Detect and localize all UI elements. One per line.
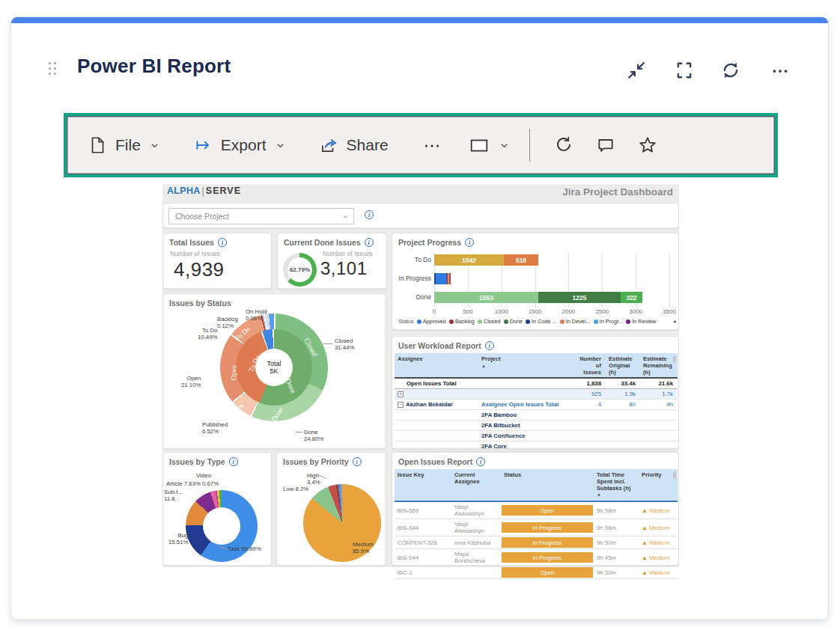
comment-button[interactable]	[590, 131, 621, 159]
fullscreen-icon[interactable]	[673, 59, 696, 82]
table-row[interactable]: 2FA Core	[395, 441, 678, 452]
bar-to-do[interactable]: 1042518	[434, 254, 538, 266]
status-badge: In Progress	[502, 552, 593, 563]
info-icon[interactable]: i	[218, 238, 227, 247]
card-title: Open Issues Report	[398, 457, 472, 466]
bar-segment[interactable]	[450, 273, 451, 284]
drag-handle-icon[interactable]	[49, 62, 58, 79]
card-title: Issues by Status	[169, 299, 231, 308]
bar-segment[interactable]: 1553	[434, 292, 538, 303]
legend-item[interactable]: Done	[504, 318, 523, 325]
legend-item[interactable]: In Progr...	[594, 318, 624, 325]
scrollbar-thumb[interactable]	[673, 472, 676, 479]
callout-article: Article 7.63%	[166, 480, 201, 487]
callout-backlog: Backlog 0.12%	[217, 316, 238, 329]
collapse-icon[interactable]: −	[398, 402, 404, 408]
current-done-issues-card: Current Done Issuesi Number of Issues 3,…	[277, 233, 387, 289]
info-icon[interactable]: i	[365, 210, 374, 219]
card-title: Total Issues	[169, 238, 214, 247]
file-menu-button[interactable]: File	[82, 131, 166, 159]
table-row[interactable]: BIS-544Maya BorshchevaIn Progress9h 45m▲…	[395, 549, 678, 566]
table-row[interactable]: −Akzhan BekaidarAssignee Open Issues Tot…	[395, 400, 678, 410]
refresh-button[interactable]	[548, 131, 579, 159]
callout-published: Published 6.52%	[202, 421, 228, 435]
info-icon[interactable]: i	[365, 238, 374, 247]
expand-icon[interactable]: +	[398, 391, 404, 397]
bar-segment[interactable]: 1042	[434, 254, 504, 266]
toolbar-more-button[interactable]	[416, 131, 448, 159]
file-menu-label: File	[115, 136, 141, 154]
priority-icon: ▲	[642, 569, 648, 576]
user-workload-table: Assignee Project▲ Number of Issues Estim…	[395, 353, 678, 452]
scrollbar-thumb[interactable]	[673, 356, 676, 363]
table-row[interactable]: 2FA Bamboo	[395, 410, 678, 421]
status-sunburst-inner-ring[interactable]: Total 5K	[236, 329, 312, 406]
col-estimate-remaining[interactable]: Estimate Remaining (h)	[640, 353, 678, 378]
legend-item[interactable]: In Devel...	[560, 318, 591, 325]
col-status[interactable]: Status	[501, 469, 594, 501]
table-row[interactable]: BIS-559Vasyl AleksashynOpen9h 58m▲Medium	[395, 501, 678, 519]
legend-dot	[526, 319, 530, 324]
refresh-icon	[554, 135, 573, 155]
bar-in-progress[interactable]	[434, 273, 451, 284]
x-tick-label: 3000	[629, 308, 642, 315]
report-macro-card: Power BI Report File Export	[10, 16, 829, 620]
view-mode-button[interactable]	[462, 131, 516, 159]
choose-project-dropdown[interactable]: Choose Project	[168, 208, 354, 224]
info-icon[interactable]: i	[229, 457, 238, 466]
col-priority[interactable]: Priority	[639, 469, 678, 501]
info-icon[interactable]: i	[485, 341, 494, 350]
bar-done[interactable]: 15531225322	[434, 292, 642, 303]
powerbi-report-canvas: ALPHA|SERVE Jira Project Dashboard Choos…	[162, 184, 679, 567]
callout-done: Done 24.80%	[304, 429, 323, 442]
col-total-time[interactable]: Total Time Spent incl. Subtasks (h)▼	[594, 469, 639, 501]
info-icon[interactable]: i	[465, 238, 474, 247]
ellipsis-icon	[421, 135, 442, 155]
table-row[interactable]: BIS-644Vasyl AleksashynIn Progress9h 58m…	[395, 519, 678, 536]
star-icon	[638, 135, 657, 155]
col-project[interactable]: Project▲	[478, 353, 574, 378]
table-row[interactable]: BIC-1Open9h 30m▲Medium	[395, 566, 678, 579]
table-row[interactable]: 2FA Bitbucket	[395, 421, 678, 431]
legend-item[interactable]: In Review	[626, 318, 656, 325]
info-icon[interactable]: i	[476, 457, 485, 466]
gauge-percent-label: 62.79%	[290, 266, 310, 273]
leader-line	[295, 432, 302, 432]
info-icon[interactable]: i	[353, 457, 362, 466]
bar-segment[interactable]: 518	[504, 254, 538, 266]
stacked-bar-chart[interactable]: 104251815531225322	[434, 253, 669, 307]
legend-dot	[594, 319, 598, 324]
legend-item[interactable]: Closed	[478, 318, 501, 325]
ring-label-open: Open	[230, 364, 238, 380]
legend-item[interactable]: Approved	[417, 318, 446, 325]
legend-item[interactable]: Backlog	[449, 318, 475, 325]
share-icon	[319, 135, 338, 155]
table-row[interactable]: Open Issues Total1,83833.4k21.6k	[395, 378, 678, 389]
status-badge: In Progress	[502, 537, 593, 548]
status-badge: In Progress	[502, 522, 593, 533]
col-number-of-issues[interactable]: Number of Issues	[574, 353, 606, 378]
sunburst-center-total: Total 5K	[267, 360, 281, 375]
legend-title: Status	[398, 318, 414, 325]
more-options-icon[interactable]	[769, 59, 791, 82]
table-row[interactable]: 2FA Confluence	[395, 431, 678, 441]
col-assignee[interactable]: Assignee	[395, 353, 478, 378]
callout-on-hold: On Hold 0.06%	[246, 308, 267, 322]
bar-segment[interactable]	[436, 273, 446, 284]
legend-item[interactable]: In Code ...	[526, 318, 557, 325]
col-current-assignee[interactable]: Current Assignee	[451, 469, 501, 501]
bar-segment[interactable]: 322	[621, 292, 642, 303]
collapse-icon[interactable]	[625, 59, 648, 82]
table-row[interactable]: CONTENT-328Inna KashubaIn Progress9h 50m…	[395, 536, 678, 549]
share-button[interactable]: Share	[313, 131, 395, 159]
col-estimate-original[interactable]: Estimate Original (h)	[606, 353, 640, 378]
sync-icon[interactable]	[719, 59, 742, 82]
favorite-button[interactable]	[632, 131, 663, 159]
col-issue-key[interactable]: Issue Key	[395, 469, 451, 501]
legend-dot	[626, 319, 630, 324]
bar-segment[interactable]: 1225	[538, 292, 621, 303]
card-title: Project Progress	[398, 238, 461, 247]
legend-more-icon[interactable]: ▸	[674, 318, 677, 325]
table-row[interactable]: +9251.9k1.7k	[395, 389, 678, 400]
export-menu-button[interactable]: Export	[187, 131, 292, 159]
